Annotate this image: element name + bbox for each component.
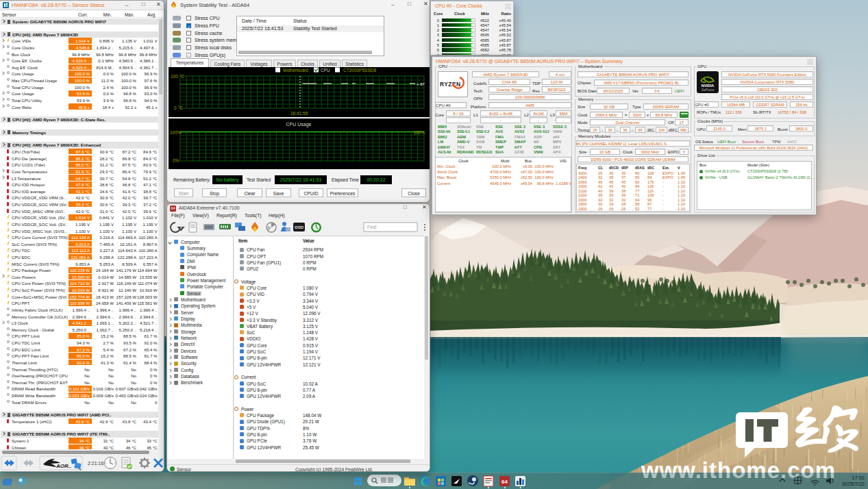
svg-text:17:02: 17:02 bbox=[852, 475, 865, 481]
svg-text:64: 64 bbox=[501, 479, 508, 485]
svg-text:+ 87: + 87 bbox=[417, 82, 425, 86]
svg-text:100 °C: 100 °C bbox=[171, 74, 184, 79]
svg-text:0%: 0% bbox=[173, 158, 179, 163]
svg-text:2025/7/22: 2025/7/22 bbox=[842, 481, 865, 487]
svg-text:NVIDIA: NVIDIA bbox=[702, 84, 715, 88]
svg-text:100%: 100% bbox=[413, 130, 425, 135]
svg-text:AOR..: AOR.. bbox=[55, 463, 71, 469]
svg-text:OSD: OSD bbox=[295, 225, 304, 229]
svg-text:GeForce: GeForce bbox=[702, 88, 715, 92]
svg-text:100%: 100% bbox=[170, 130, 182, 135]
svg-text:Motherboard: Motherboard bbox=[283, 68, 308, 73]
svg-text:0 °C: 0 °C bbox=[174, 105, 183, 110]
svg-text:CT2000P5SSD8: CT2000P5SSD8 bbox=[343, 68, 376, 73]
svg-text:CPU Usage: CPU Usage bbox=[286, 122, 312, 127]
svg-text:RYZEN: RYZEN bbox=[440, 81, 461, 88]
svg-text:16:41:55: 16:41:55 bbox=[290, 111, 308, 116]
svg-text:Find: Find bbox=[367, 225, 376, 229]
svg-text:2:21:16: 2:21:16 bbox=[88, 461, 103, 466]
svg-text:CPU: CPU bbox=[321, 68, 330, 73]
